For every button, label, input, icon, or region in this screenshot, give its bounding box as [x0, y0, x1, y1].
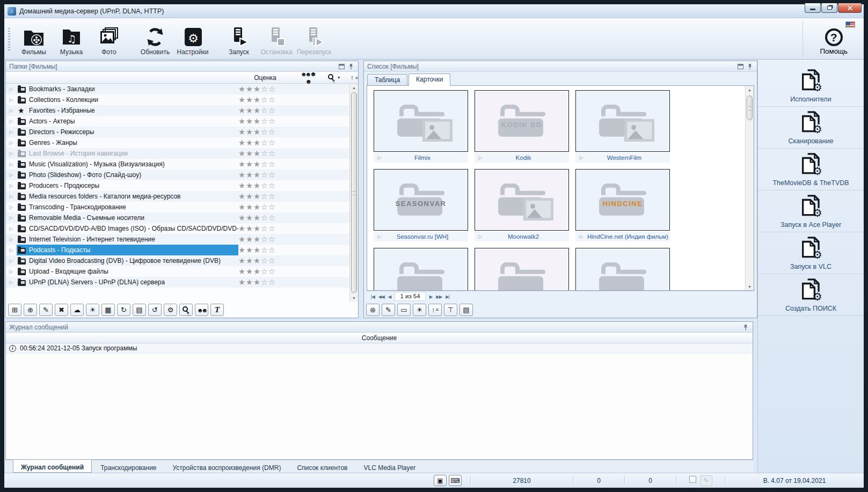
- photo-button[interactable]: Фото: [90, 25, 128, 57]
- rating-stars[interactable]: ★★★☆☆: [238, 246, 290, 254]
- expand-arrow-icon[interactable]: ▷: [6, 161, 17, 167]
- sort-cards-button[interactable]: ↑: [428, 304, 442, 316]
- toolbar-grip[interactable]: [8, 28, 10, 52]
- rating-stars[interactable]: ★★★☆☆: [238, 267, 290, 276]
- tree-row[interactable]: ▷ Bookmarks - Закладки ★★★☆☆: [6, 84, 349, 94]
- tree-row[interactable]: ▷ Last Browse - История навигации ★★★☆☆: [6, 148, 349, 159]
- sidebar-action-button[interactable]: ⚙ Создать ПОИСК: [758, 274, 864, 316]
- media-folder-card[interactable]: ▷ Moonwalk2: [475, 169, 569, 241]
- tree-row[interactable]: ▷ Directors - Режиссеры ★★★☆☆: [6, 127, 349, 137]
- key-filter-icon[interactable]: ▼: [327, 74, 341, 82]
- tree-row[interactable]: ▷ Actors - Актеры ★★★☆☆: [6, 116, 349, 127]
- folder-cloud-button[interactable]: ☁: [70, 304, 84, 316]
- settings-button[interactable]: ⚙ Настройки: [174, 25, 211, 57]
- expand-arrow-icon[interactable]: ▷: [575, 234, 587, 239]
- status-checkbox[interactable]: [689, 476, 696, 483]
- expand-arrow-icon[interactable]: ▷: [6, 172, 17, 178]
- rating-stars[interactable]: ★★★☆☆: [238, 160, 290, 168]
- font-button[interactable]: [210, 304, 224, 316]
- tree-row[interactable]: ▷ Internet Television - Интернет телевид…: [6, 234, 349, 245]
- users-button[interactable]: [195, 304, 208, 316]
- expand-arrow-icon[interactable]: ▷: [6, 226, 17, 231]
- dither-pattern-button[interactable]: ▦: [101, 304, 115, 316]
- prev-block-icon[interactable]: ◀◀: [378, 294, 384, 299]
- bottom-tab[interactable]: Журнал сообщений: [13, 460, 92, 473]
- save-list-button[interactable]: ▤: [459, 304, 473, 316]
- restore-button[interactable]: [821, 3, 837, 13]
- save-button[interactable]: ▤: [133, 304, 146, 316]
- next-page-icon[interactable]: ▶: [429, 294, 433, 299]
- tree-row[interactable]: ▷ Genres - Жанры ★★★☆☆: [6, 137, 349, 148]
- expand-arrow-icon[interactable]: ▷: [6, 97, 17, 102]
- scroll-down-icon[interactable]: ▼: [748, 283, 752, 290]
- tree-row[interactable]: ▷ Digital Video Broadcasting (DVB) - Циф…: [6, 255, 349, 266]
- sidebar-action-button[interactable]: ⚙ Запуск в Ace Player: [758, 190, 864, 232]
- first-page-icon[interactable]: |◀: [371, 294, 375, 299]
- language-flag-icon[interactable]: [845, 21, 855, 28]
- rating-stars[interactable]: ★★★☆☆: [238, 203, 290, 211]
- rating-stars[interactable]: ★★★☆☆: [238, 235, 290, 244]
- sidebar-grip[interactable]: · · · · · ·: [758, 60, 864, 65]
- bottom-tab[interactable]: Транскодирование: [93, 460, 164, 473]
- message-column-header[interactable]: Сообщение: [6, 333, 753, 343]
- media-folder-card[interactable]: ▷ WesternFilm: [575, 90, 670, 163]
- expand-arrow-icon[interactable]: ▷: [6, 86, 17, 92]
- media-folder-card[interactable]: HINDCINE ▷ HindCine.net (Индия фильм): [575, 169, 670, 241]
- add-folder-button[interactable]: ⊕: [24, 304, 37, 316]
- panel-maximize-icon[interactable]: [736, 63, 744, 70]
- rating-stars[interactable]: ★★★☆☆: [238, 278, 290, 287]
- panel-pin-icon[interactable]: [347, 63, 355, 70]
- tree-row[interactable]: ▷ Music (Visualization) - Музыка (Визуал…: [6, 159, 349, 170]
- panel-pin-icon[interactable]: [742, 324, 749, 331]
- expand-arrow-icon[interactable]: ▷: [6, 119, 17, 124]
- rating-stars[interactable]: ★★★☆☆: [238, 128, 290, 136]
- users-filter-icon[interactable]: ☻☻: [300, 70, 318, 85]
- expand-arrow-icon[interactable]: ▷: [575, 155, 587, 160]
- last-page-icon[interactable]: ▶|: [446, 294, 449, 299]
- list-tab[interactable]: Таблица: [367, 74, 407, 86]
- tree-row[interactable]: ▷ Transcoding - Транскодирование ★★★☆☆: [6, 202, 349, 212]
- movies-button[interactable]: Фильмы: [15, 25, 53, 57]
- tree-row[interactable]: ▷ Removable Media - Съемные носители ★★★…: [6, 212, 349, 223]
- expand-arrow-icon[interactable]: ▷: [6, 151, 17, 156]
- bottom-tab[interactable]: VLC Media Player: [356, 460, 423, 473]
- expand-arrow-icon[interactable]: ▷: [6, 183, 17, 188]
- settings-small-button[interactable]: ⚙: [164, 304, 177, 316]
- reload-folder-button[interactable]: ↺: [148, 304, 162, 316]
- refresh-button[interactable]: Обновить: [136, 25, 174, 57]
- refresh-folder-button[interactable]: ↻: [117, 304, 130, 316]
- tree-row[interactable]: ▷ Favorites - Избранные ★★★☆☆: [6, 105, 349, 116]
- rating-stars[interactable]: ★★★☆☆: [238, 96, 290, 104]
- brightness-button[interactable]: ☀: [413, 304, 426, 316]
- renderer-device-button[interactable]: ▣: [434, 475, 447, 486]
- expand-arrow-icon[interactable]: ▷: [6, 269, 17, 274]
- delete-folder-button[interactable]: ✖: [55, 304, 68, 316]
- scroll-up-icon[interactable]: ▲: [748, 86, 752, 93]
- sort-icon[interactable]: ↑≡: [351, 74, 358, 82]
- tree-row[interactable]: ▷ Media resources folders - Каталоги мед…: [6, 191, 349, 202]
- expand-arrow-icon[interactable]: ▷: [374, 234, 385, 239]
- bottom-tab[interactable]: Список клиентов: [289, 460, 355, 473]
- tree-row[interactable]: ▷ Upload - Входящие файлы ★★★☆☆: [6, 266, 349, 277]
- tree-row[interactable]: ▷ Producers - Продюсеры ★★★☆☆: [6, 180, 349, 191]
- tree-row[interactable]: ▷ Podcasts - Подкасты ★★★☆☆: [6, 245, 349, 255]
- next-block-icon[interactable]: ▶▶: [436, 294, 442, 299]
- log-row[interactable]: i 00:56:24 2021-12-05 Запуск программы: [6, 343, 753, 354]
- web-navigation-button[interactable]: ⊛: [366, 304, 380, 316]
- sidebar-action-button[interactable]: ⚙ TheMovieDB & TheTVDB: [758, 149, 864, 190]
- expand-arrow-icon[interactable]: ▷: [475, 155, 486, 160]
- edit-card-button[interactable]: ✎: [382, 304, 395, 316]
- edit-folder-button[interactable]: ✎: [39, 304, 53, 316]
- expand-arrow-icon[interactable]: ▷: [6, 108, 17, 113]
- tree-row[interactable]: ▷ Collections - Коллекции ★★★☆☆: [6, 94, 349, 105]
- expand-arrow-icon[interactable]: ▷: [6, 194, 17, 199]
- rating-stars[interactable]: ★★★☆☆: [238, 149, 290, 158]
- tree-row[interactable]: ▷ Photo (Slideshow) - Фото (Слайд-шоу) ★…: [6, 170, 349, 180]
- scrollbar-thumb[interactable]: [351, 92, 357, 293]
- close-button[interactable]: [838, 3, 862, 13]
- rating-stars[interactable]: ★★★☆☆: [238, 192, 290, 201]
- bottom-tab[interactable]: Устройства воспроизведения (DMR): [165, 460, 289, 473]
- scroll-up-icon[interactable]: ▲: [352, 84, 356, 91]
- expand-arrow-icon[interactable]: ▷: [374, 155, 385, 160]
- media-folder-card[interactable]: ▷: [374, 248, 468, 290]
